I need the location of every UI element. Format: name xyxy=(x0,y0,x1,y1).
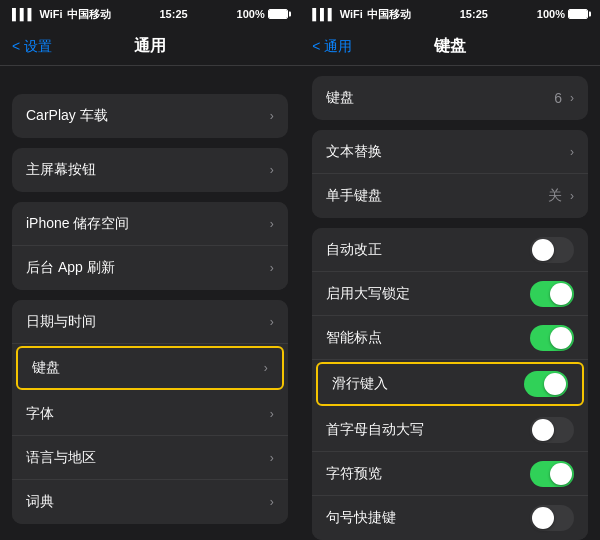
right-carrier: ▌▌▌ WiFi 中国移动 xyxy=(312,7,411,22)
storage-chevron: › xyxy=(270,217,274,231)
left-battery: 100% xyxy=(237,8,288,20)
list-item-one-hand[interactable]: 单手键盘 关 › xyxy=(312,174,588,218)
list-item-dictionary[interactable]: 词典 › xyxy=(12,480,288,524)
text-replace-right: › xyxy=(570,145,574,159)
storage-label: iPhone 储存空间 xyxy=(26,215,129,233)
right-battery: 100% xyxy=(537,8,588,20)
dictionary-right: › xyxy=(270,495,274,509)
keyboard-label: 键盘 xyxy=(32,359,60,377)
period-shortcut-toggle-thumb xyxy=(532,507,554,529)
dictionary-chevron: › xyxy=(270,495,274,509)
list-item-storage[interactable]: iPhone 储存空间 › xyxy=(12,202,288,246)
right-section-keyboards: 键盘 6 › xyxy=(312,76,588,120)
carplay-right: › xyxy=(270,109,274,123)
one-hand-value: 关 xyxy=(548,187,562,205)
list-item-language[interactable]: 语言与地区 › xyxy=(12,436,288,480)
char-preview-label: 字符预览 xyxy=(326,465,382,483)
keyboard-chevron: › xyxy=(264,361,268,375)
left-section-storage: iPhone 储存空间 › 后台 App 刷新 › xyxy=(12,202,288,290)
language-right: › xyxy=(270,451,274,465)
right-settings-list: 键盘 6 › 文本替换 › 单手键盘 关 › xyxy=(300,66,600,540)
right-nav-bar: < 通用 键盘 xyxy=(300,28,600,66)
font-chevron: › xyxy=(270,407,274,421)
swipe-type-label: 滑行键入 xyxy=(332,375,388,393)
auto-caps-toggle[interactable] xyxy=(530,417,574,443)
caps-lock-toggle[interactable] xyxy=(530,281,574,307)
storage-right: › xyxy=(270,217,274,231)
keyboards-count-chevron: › xyxy=(570,91,574,105)
right-section-text: 文本替换 › 单手键盘 关 › xyxy=(312,130,588,218)
home-button-chevron: › xyxy=(270,163,274,177)
swipe-type-toggle-thumb xyxy=(544,373,566,395)
list-item-background-refresh[interactable]: 后台 App 刷新 › xyxy=(12,246,288,290)
left-nav-bar: < 设置 通用 xyxy=(0,28,300,66)
list-item-swipe-type[interactable]: 滑行键入 xyxy=(316,362,584,406)
left-nav-title: 通用 xyxy=(134,36,166,57)
keyboards-count-right: 6 › xyxy=(554,90,574,106)
list-item-smart-punct[interactable]: 智能标点 xyxy=(312,316,588,360)
right-section-toggles: 自动改正 启用大写锁定 智能标点 滑行键入 xyxy=(312,228,588,540)
list-item-char-preview[interactable]: 字符预览 xyxy=(312,452,588,496)
auto-caps-toggle-thumb xyxy=(532,419,554,441)
one-hand-label: 单手键盘 xyxy=(326,187,382,205)
datetime-right: › xyxy=(270,315,274,329)
keyboards-count-label: 键盘 xyxy=(326,89,354,107)
carplay-label: CarPlay 车载 xyxy=(26,107,108,125)
carplay-chevron: › xyxy=(270,109,274,123)
auto-correct-toggle[interactable] xyxy=(530,237,574,263)
right-time: 15:25 xyxy=(460,8,488,20)
list-item-text-replace[interactable]: 文本替换 › xyxy=(312,130,588,174)
left-section-home: 主屏幕按钮 › xyxy=(12,148,288,192)
smart-punct-toggle[interactable] xyxy=(530,325,574,351)
list-item-carplay[interactable]: CarPlay 车载 › xyxy=(12,94,288,138)
datetime-chevron: › xyxy=(270,315,274,329)
wifi-icon: WiFi xyxy=(39,8,62,20)
right-status-bar: ▌▌▌ WiFi 中国移动 15:25 100% xyxy=(300,0,600,28)
keyboards-count-value: 6 xyxy=(554,90,562,106)
left-settings-list: CarPlay 车载 › 主屏幕按钮 › iPhone 储存空间 › xyxy=(0,66,300,540)
list-item-auto-caps[interactable]: 首字母自动大写 xyxy=(312,408,588,452)
auto-correct-label: 自动改正 xyxy=(326,241,382,259)
list-item-keyboard[interactable]: 键盘 › xyxy=(16,346,284,390)
list-item-caps-lock[interactable]: 启用大写锁定 xyxy=(312,272,588,316)
char-preview-toggle[interactable] xyxy=(530,461,574,487)
smart-punct-label: 智能标点 xyxy=(326,329,382,347)
keyboard-right: › xyxy=(264,361,268,375)
one-hand-chevron: › xyxy=(570,189,574,203)
caps-lock-label: 启用大写锁定 xyxy=(326,285,410,303)
auto-caps-label: 首字母自动大写 xyxy=(326,421,424,439)
font-right: › xyxy=(270,407,274,421)
language-chevron: › xyxy=(270,451,274,465)
list-item-keyboards-count[interactable]: 键盘 6 › xyxy=(312,76,588,120)
dictionary-label: 词典 xyxy=(26,493,54,511)
right-back-button[interactable]: < 通用 xyxy=(312,38,352,56)
char-preview-toggle-thumb xyxy=(550,463,572,485)
font-label: 字体 xyxy=(26,405,54,423)
battery-icon xyxy=(268,9,288,19)
right-battery-icon xyxy=(568,9,588,19)
right-signal-icon: ▌▌▌ xyxy=(312,8,335,20)
caps-lock-toggle-thumb xyxy=(550,283,572,305)
language-label: 语言与地区 xyxy=(26,449,96,467)
text-replace-label: 文本替换 xyxy=(326,143,382,161)
background-refresh-right: › xyxy=(270,261,274,275)
background-refresh-label: 后台 App 刷新 xyxy=(26,259,115,277)
left-panel: ▌▌▌ WiFi 中国移动 15:25 100% < 设置 通用 CarPlay… xyxy=(0,0,300,540)
signal-icon: ▌▌▌ xyxy=(12,8,35,20)
list-item-font[interactable]: 字体 › xyxy=(12,392,288,436)
left-status-bar: ▌▌▌ WiFi 中国移动 15:25 100% xyxy=(0,0,300,28)
left-time: 15:25 xyxy=(159,8,187,20)
period-shortcut-toggle[interactable] xyxy=(530,505,574,531)
right-panel: ▌▌▌ WiFi 中国移动 15:25 100% < 通用 键盘 键盘 xyxy=(300,0,600,540)
list-item-datetime[interactable]: 日期与时间 › xyxy=(12,300,288,344)
list-item-home-button[interactable]: 主屏幕按钮 › xyxy=(12,148,288,192)
list-item-auto-correct[interactable]: 自动改正 xyxy=(312,228,588,272)
home-button-label: 主屏幕按钮 xyxy=(26,161,96,179)
right-nav-title: 键盘 xyxy=(434,36,466,57)
swipe-type-toggle[interactable] xyxy=(524,371,568,397)
left-section-carplay: CarPlay 车载 › xyxy=(12,94,288,138)
smart-punct-toggle-thumb xyxy=(550,327,572,349)
left-back-button[interactable]: < 设置 xyxy=(12,38,52,56)
right-wifi-icon: WiFi xyxy=(340,8,363,20)
list-item-period-shortcut[interactable]: 句号快捷键 xyxy=(312,496,588,540)
